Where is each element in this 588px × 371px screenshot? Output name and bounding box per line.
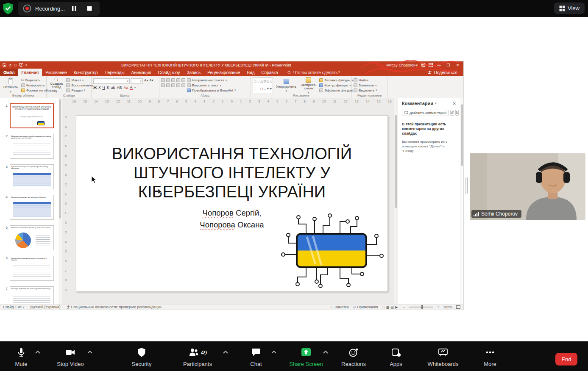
increase-indent-icon[interactable] bbox=[176, 78, 180, 82]
ribbon-tab-1[interactable]: Главная bbox=[18, 69, 42, 76]
view-mode-buttons[interactable]: ▭▦▤▶ bbox=[382, 305, 399, 309]
close-button[interactable]: ✕ bbox=[454, 63, 461, 67]
save-icon[interactable] bbox=[3, 63, 6, 67]
vertical-ruler[interactable]: 9876543210123456789 bbox=[63, 115, 68, 292]
video-options-chevron-icon[interactable] bbox=[87, 350, 93, 354]
underline-button[interactable]: Ч bbox=[102, 86, 105, 90]
arrange-button[interactable]: Упорядочить▾ bbox=[275, 78, 298, 93]
language-indicator[interactable]: русский (Украина) bbox=[31, 305, 61, 309]
security-button[interactable]: Security bbox=[123, 347, 161, 367]
restore-button[interactable]: ❐ bbox=[445, 63, 451, 67]
comments-scrollbar[interactable] bbox=[460, 98, 463, 304]
previous-comment-button[interactable]: ↺ bbox=[450, 110, 454, 116]
fit-slide-button[interactable] bbox=[456, 305, 460, 309]
shape-effects-button[interactable]: Эффекты фигуры▾ bbox=[319, 88, 355, 93]
font-name-combobox[interactable]: ▾ bbox=[93, 78, 130, 84]
justify-icon[interactable] bbox=[176, 83, 180, 87]
bullets-icon[interactable] bbox=[161, 78, 165, 82]
chat-button[interactable]: Chat bbox=[237, 347, 275, 367]
slide-thumbnail-1[interactable]: 1 ВИКОРИСТАННЯ ТЕХНОЛОГІЙ ШТУЧНОГО ІНТЕЛ… bbox=[3, 103, 57, 128]
select-button[interactable]: Выделить▾ bbox=[354, 88, 377, 93]
pause-recording-button[interactable] bbox=[68, 3, 80, 14]
ribbon-tab-0[interactable]: Файл bbox=[0, 69, 18, 76]
editor-scrollbar[interactable] bbox=[394, 98, 398, 304]
stop-video-button[interactable]: Stop Video bbox=[51, 347, 89, 367]
ribbon-display-options-icon[interactable] bbox=[429, 63, 433, 67]
add-comment-button[interactable]: Добавить комментарий bbox=[402, 110, 449, 116]
paste-button[interactable]: Вставить▾ bbox=[2, 78, 20, 93]
view-button[interactable]: View bbox=[554, 3, 585, 14]
align-left-icon[interactable] bbox=[161, 83, 165, 87]
notes-button[interactable]: ▭Заметки bbox=[330, 305, 348, 309]
new-slide-button[interactable]: Создать слайд▾ bbox=[48, 78, 64, 93]
share-screen-button[interactable]: Share Screen bbox=[287, 347, 325, 367]
reactions-button[interactable]: Reactions bbox=[334, 347, 373, 367]
chat-options-chevron-icon[interactable] bbox=[271, 350, 277, 354]
start-slideshow-icon[interactable] bbox=[19, 63, 23, 67]
slide-thumbnail-5[interactable]: 5 Найбільш атаковані країни у 2020-2021 … bbox=[3, 225, 57, 250]
character-spacing-button[interactable]: ab bbox=[111, 86, 115, 90]
end-meeting-button[interactable]: End bbox=[555, 353, 577, 365]
ppt-user-avatar[interactable] bbox=[421, 63, 426, 67]
ribbon-tab-7[interactable]: Запись bbox=[183, 69, 204, 76]
reset-button[interactable]: Восстановить bbox=[66, 83, 93, 88]
layout-button[interactable]: Макет▾ bbox=[66, 78, 93, 83]
align-right-icon[interactable] bbox=[171, 83, 175, 87]
align-text-button[interactable]: Выровнять текст▾ bbox=[187, 83, 236, 88]
comments-dropdown-icon[interactable]: ▾ bbox=[435, 102, 437, 105]
redo-icon[interactable]: ↻ bbox=[14, 63, 17, 67]
section-button[interactable]: Раздел▾ bbox=[66, 88, 93, 93]
font-color-dropdown-icon[interactable]: ▾ bbox=[134, 86, 136, 89]
zoom-in-button[interactable]: + bbox=[437, 305, 439, 309]
shapes-gallery[interactable]: □○△▽◇☆ →⌒◻∟✦▾ bbox=[253, 78, 273, 93]
strikethrough-button[interactable]: S bbox=[106, 86, 109, 90]
zoom-slider[interactable] bbox=[409, 307, 433, 307]
find-button[interactable]: Найти bbox=[354, 78, 377, 83]
ribbon-tab-9[interactable]: Вид bbox=[243, 69, 258, 76]
quick-styles-button[interactable]: Экспресс-стили▾ bbox=[299, 78, 318, 93]
slide-thumbnail-7[interactable]: 7 Фактори задіяння засобів штучного інте… bbox=[3, 286, 57, 304]
decrease-indent-icon[interactable] bbox=[171, 78, 175, 82]
participants-button[interactable]: 49 Participants bbox=[178, 347, 217, 367]
convert-to-smartart-button[interactable]: Преобразовать в SmartArt▾ bbox=[187, 88, 236, 93]
highlight-button[interactable]: Аа bbox=[124, 86, 128, 90]
align-center-icon[interactable] bbox=[166, 83, 170, 87]
share-button[interactable]: Поделиться bbox=[428, 69, 457, 76]
bold-button[interactable]: Ж bbox=[93, 86, 97, 90]
numbering-icon[interactable] bbox=[166, 78, 170, 82]
shrink-font-icon[interactable]: A▾ bbox=[149, 78, 153, 84]
slide-thumbnail-4[interactable]: 4 Виявлені команди, що атакують Україну bbox=[3, 195, 57, 220]
shape-fill-button[interactable]: Заливка фигуры▾ bbox=[319, 78, 355, 83]
grow-font-icon[interactable]: A▴ bbox=[144, 78, 148, 84]
replace-button[interactable]: Заменить▾ bbox=[354, 83, 377, 88]
participant-video-tile[interactable]: Serhii Choporov bbox=[470, 153, 585, 220]
line-spacing-icon[interactable] bbox=[181, 78, 185, 82]
slide-thumbnail-2[interactable]: 2 Шкідливі програмні засоби, використані… bbox=[3, 134, 57, 159]
panel-resize-handle[interactable] bbox=[465, 177, 468, 194]
stop-recording-button[interactable] bbox=[84, 3, 95, 14]
next-comment-button[interactable]: ↻ bbox=[455, 110, 459, 116]
slide-thumbnail-3[interactable]: 3 Хронологія кібератак проти України зі … bbox=[3, 164, 57, 189]
slide-canvas[interactable]: ВИКОРИСТАННЯ ТЕХНОЛОГІЙ ШТУЧНОГО ІНТЕЛЕК… bbox=[76, 115, 388, 292]
ribbon-tab-6[interactable]: Слайд-шоу bbox=[155, 69, 184, 76]
ribbon-tab-2[interactable]: Рисование bbox=[42, 69, 70, 76]
close-comments-icon[interactable]: ✕ bbox=[453, 101, 456, 106]
accessibility-checker[interactable]: Специальные возможности: проверьте реком… bbox=[67, 305, 162, 309]
ribbon-tab-5[interactable]: Анимация bbox=[128, 69, 155, 76]
slide-thumbnail-6[interactable]: 6 Концепція розвитку штучного інтелекту … bbox=[3, 256, 57, 281]
whiteboards-button[interactable]: Whiteboards bbox=[424, 347, 462, 367]
apps-button[interactable]: Apps bbox=[377, 347, 415, 367]
zoom-percentage[interactable]: 102% bbox=[443, 305, 452, 309]
share-options-chevron-icon[interactable] bbox=[323, 350, 329, 354]
font-size-combobox[interactable]: ▾ bbox=[131, 78, 143, 84]
shape-outline-button[interactable]: Контур фигуры▾ bbox=[319, 83, 355, 88]
ribbon-tab-8[interactable]: Рецензирование bbox=[204, 69, 243, 76]
thumbnail-scrollbar[interactable] bbox=[59, 98, 62, 304]
comments-toggle-button[interactable]: 🗩Примечания bbox=[352, 305, 378, 309]
participants-options-chevron-icon[interactable] bbox=[223, 350, 229, 354]
tell-me-search[interactable]: Что вы хотите сделать? bbox=[287, 69, 340, 76]
italic-button[interactable]: К bbox=[98, 86, 100, 90]
change-case-button[interactable]: АВ bbox=[117, 86, 122, 90]
minimize-button[interactable]: — bbox=[436, 63, 442, 67]
mute-options-chevron-icon[interactable] bbox=[35, 350, 41, 354]
